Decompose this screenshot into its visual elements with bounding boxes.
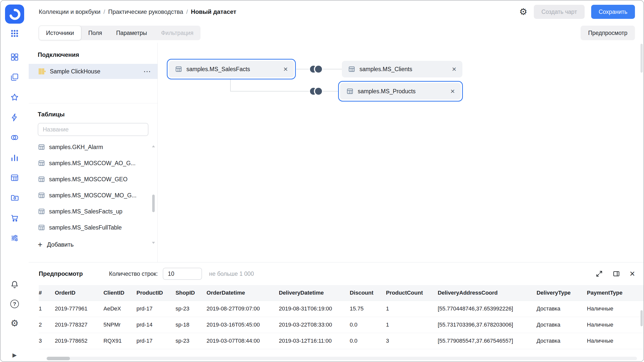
canvas-scrollbar[interactable] — [640, 44, 643, 169]
top-bar: Коллекции и воркбуки / Практические руко… — [29, 1, 643, 23]
scrollbar-thumb[interactable] — [640, 310, 643, 326]
dataset-tabs: Источники Поля Параметры Фильтрация — [39, 26, 200, 40]
preview-vertical-scrollbar[interactable] — [640, 310, 643, 362]
expand-preview-icon[interactable] — [595, 270, 603, 278]
source-node-label: samples.MS_Products — [358, 88, 416, 95]
remove-source-icon[interactable]: × — [279, 65, 288, 73]
table-list-scrollbar[interactable] — [152, 145, 155, 244]
settings-gear-icon[interactable]: ⚙ — [11, 319, 19, 328]
connection-menu-icon[interactable]: ⋯ — [143, 68, 151, 75]
breadcrumb-collections[interactable]: Коллекции и воркбуки — [39, 8, 100, 15]
cell: 2 — [39, 317, 55, 333]
favorites-star-icon[interactable] — [10, 93, 19, 102]
column-header: ProductID — [137, 285, 176, 301]
files-folder-icon[interactable] — [10, 193, 19, 203]
cell: 15.75 — [350, 301, 386, 317]
column-header: # — [39, 285, 55, 301]
tab-parameters[interactable]: Параметры — [109, 26, 154, 40]
table-list-item[interactable]: samples.MS_SalesFullTable — [38, 219, 148, 236]
remove-source-icon[interactable]: × — [448, 65, 456, 73]
preview-panel: Предпросмотр Количество строк: не больше… — [29, 262, 643, 361]
connection-name: Sample ClickHouse — [50, 68, 100, 75]
add-table-label: Добавить — [47, 241, 74, 248]
table-list-item[interactable]: samples.MS_MOSCOW_GEO — [38, 171, 148, 187]
save-button[interactable]: Сохранить — [591, 5, 635, 19]
scroll-up-arrow[interactable] — [152, 145, 155, 147]
table-list-item[interactable]: samples.MS_SalesFacts_up — [38, 203, 148, 219]
table-icon — [38, 224, 45, 231]
table-icon — [38, 175, 45, 183]
breadcrumb-separator: / — [186, 8, 188, 15]
workbooks-icon[interactable] — [10, 72, 19, 82]
join-type-icon[interactable] — [308, 86, 324, 97]
table-name: samples.GKH_Alarm — [49, 144, 103, 151]
add-table-button[interactable]: + Добавить — [38, 241, 148, 249]
collapse-rail-icon[interactable]: ▶ — [13, 352, 17, 358]
join-canvas[interactable]: samples.MS_SalesFacts × samples.MS_Clien… — [158, 43, 643, 262]
tab-filtering[interactable]: Фильтрация — [154, 26, 200, 40]
scrollbar-thumb[interactable] — [640, 44, 643, 73]
join-type-icon[interactable] — [308, 64, 324, 75]
dataset-settings-gear-icon[interactable]: ⚙ — [519, 7, 527, 16]
source-node-products[interactable]: samples.MS_Products × — [338, 81, 463, 102]
table-row: 2 2019-778327 5NPMr prd-14 sp-18 2019-03… — [39, 317, 643, 333]
cell: 2019-03-16T05:45:00 — [207, 317, 279, 333]
datasets-venn-icon[interactable] — [10, 133, 19, 142]
table-row: 3 2019-778652 RQX91 prd-17 sp-23 2019-03… — [39, 333, 643, 349]
sources-content: Подключения Sample ClickHouse ⋯ Таблицы … — [29, 43, 643, 262]
table-list-item[interactable]: samples.MS_MOSCOW_MO_G... — [38, 187, 148, 203]
app-window: ? ⚙ ▶ Коллекции и воркбуки / Практически… — [0, 0, 644, 362]
clickhouse-icon — [38, 67, 46, 75]
preview-horizontal-scrollbar[interactable] — [46, 357, 637, 360]
cell: Наличные — [587, 317, 643, 333]
marketplace-cart-icon[interactable] — [10, 213, 19, 223]
source-node-clients[interactable]: samples.MS_Clients × — [342, 61, 462, 77]
apps-grid-icon[interactable] — [10, 29, 19, 38]
charts-icon[interactable] — [10, 153, 19, 162]
column-header: DeliveryType — [537, 285, 587, 301]
connections-title: Подключения — [38, 51, 148, 58]
dock-panel-icon[interactable] — [613, 270, 620, 278]
breadcrumb: Коллекции и воркбуки / Практические руко… — [39, 8, 236, 15]
column-header: OrderDatetime — [207, 285, 279, 301]
table-search-input[interactable] — [38, 123, 148, 136]
table-name: samples.MS_SalesFullTable — [49, 224, 122, 231]
notifications-bell-icon[interactable] — [10, 280, 19, 289]
services-tune-icon[interactable] — [10, 233, 19, 243]
table-icon — [38, 143, 45, 151]
plus-icon: + — [38, 241, 43, 249]
scrollbar-thumb[interactable] — [47, 357, 70, 360]
datalens-logo[interactable] — [5, 5, 24, 24]
help-icon[interactable]: ? — [10, 300, 19, 308]
dashboards-icon[interactable] — [10, 52, 19, 62]
cell: [55.731703396,37.678203006] — [438, 317, 537, 333]
preview-toggle-button[interactable]: Предпросмотр — [581, 26, 635, 40]
table-icon — [175, 65, 182, 73]
cell: AeDeX — [103, 301, 136, 317]
table-list-item[interactable]: samples.GKH_Alarm — [38, 139, 148, 155]
preview-table-container: # OrderID ClientID ProductID ShopID Orde… — [29, 285, 643, 362]
connection-item-sample-clickhouse[interactable]: Sample ClickHouse ⋯ — [29, 64, 157, 79]
help-glyph: ? — [13, 301, 16, 307]
cell: prd-14 — [137, 317, 176, 333]
scrollbar-thumb[interactable] — [152, 195, 155, 212]
table-list-item[interactable]: samples.MS_MOSCOW_AO_G... — [38, 155, 148, 171]
remove-source-icon[interactable]: × — [446, 87, 455, 95]
row-count-input[interactable] — [163, 268, 202, 280]
column-header: OrderID — [55, 285, 103, 301]
tab-fields[interactable]: Поля — [81, 26, 109, 40]
table-row: 1 2019-777961 AeDeX prd-17 sp-23 2019-08… — [39, 301, 643, 317]
source-node-salesfacts[interactable]: samples.MS_SalesFacts × — [167, 59, 296, 79]
breadcrumb-guides[interactable]: Практические руководства — [108, 8, 183, 15]
table-icon — [346, 87, 354, 95]
scroll-down-arrow[interactable] — [152, 242, 155, 244]
tables-icon[interactable] — [10, 173, 19, 183]
cell: prd-17 — [137, 301, 176, 317]
table-list: samples.GKH_Alarm samples.MS_MOSCOW_AO_G… — [38, 139, 148, 236]
close-preview-icon[interactable]: × — [630, 269, 635, 278]
connections-lightning-icon[interactable] — [10, 113, 19, 122]
create-chart-button[interactable]: Создать чарт — [534, 5, 584, 19]
tab-sources[interactable]: Источники — [39, 26, 81, 40]
join-link-line — [230, 79, 231, 91]
cell: 1 — [39, 301, 55, 317]
